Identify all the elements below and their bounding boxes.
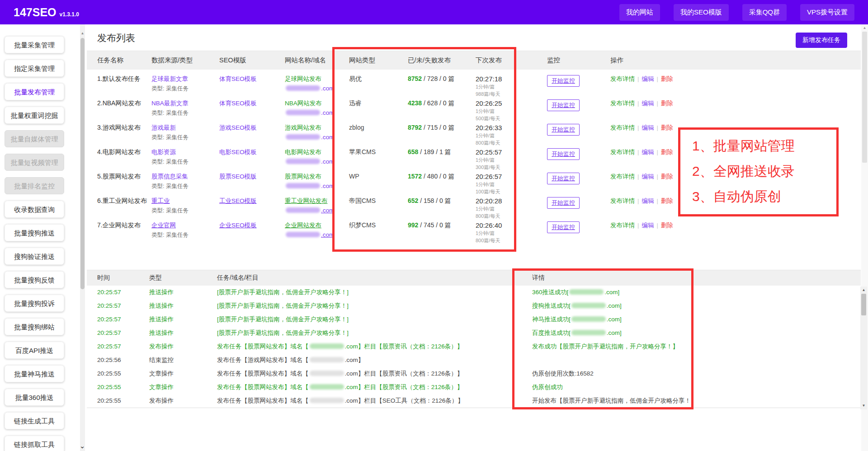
- source-link[interactable]: 足球最新文章: [151, 75, 219, 83]
- log-type: 推送操作: [149, 286, 217, 299]
- source-link[interactable]: NBA最新文章: [151, 99, 219, 108]
- site-name-link[interactable]: NBA网站发布: [285, 99, 349, 108]
- edit-link[interactable]: 编辑: [642, 75, 654, 82]
- scroll-up-icon[interactable]: ▲: [80, 31, 85, 36]
- delete-link[interactable]: 删除: [661, 197, 673, 204]
- log-row: 20:25:56结束监控发布任务【游戏网站发布】域名【.com】: [87, 353, 861, 367]
- edit-link[interactable]: 编辑: [642, 197, 654, 204]
- site-domain-link[interactable]: .com: [285, 183, 349, 189]
- sidebar-item-4[interactable]: 批量权重词挖掘: [5, 107, 64, 124]
- start-monitor-button[interactable]: 开始监控: [547, 197, 580, 209]
- edit-link[interactable]: 编辑: [642, 222, 654, 229]
- task-name: 4.电影网站发布: [97, 148, 151, 170]
- sidebar-item-16[interactable]: 批量360推送: [5, 389, 64, 406]
- log-type: 推送操作: [149, 299, 217, 313]
- site-name-link[interactable]: 股票网站发布: [285, 173, 349, 181]
- edit-link[interactable]: 编辑: [642, 124, 654, 131]
- sidebar-item-18[interactable]: 链接抓取工具: [5, 436, 64, 451]
- seo-template-link[interactable]: 电影SEO模板: [219, 149, 257, 155]
- scroll-up-icon[interactable]: ▲: [860, 287, 867, 293]
- sidebar-item-15[interactable]: 批量神马推送: [5, 365, 64, 382]
- start-monitor-button[interactable]: 开始监控: [547, 173, 580, 184]
- start-monitor-button[interactable]: 开始监控: [547, 75, 580, 87]
- chevron-down-icon[interactable]: ⌄: [77, 442, 87, 450]
- scroll-up-icon[interactable]: ▲: [861, 26, 868, 30]
- sidebar-item-3[interactable]: 批量发布管理: [5, 83, 64, 100]
- site-domain-link[interactable]: .com: [285, 231, 349, 238]
- site-domain-link[interactable]: .com: [285, 85, 349, 92]
- publish-detail-link[interactable]: 发布详情: [610, 75, 635, 82]
- nav-item-2[interactable]: 我的SEO模版: [674, 4, 729, 21]
- log-scrollbar[interactable]: ▲ ▼: [860, 287, 867, 409]
- site-name-link[interactable]: 电影网站发布: [285, 148, 349, 156]
- action-separator: |: [637, 124, 639, 131]
- log-task-text: 发布任务【股票网站发布】域名【: [217, 370, 309, 377]
- seo-template-cell: 游戏SEO模板: [219, 124, 285, 146]
- sidebar-item-12[interactable]: 批量搜狗投诉: [5, 295, 64, 312]
- source-link[interactable]: 股票信息采集: [151, 173, 219, 181]
- publish-rate: 1分钟/篇: [476, 157, 547, 163]
- delete-link[interactable]: 删除: [661, 149, 673, 155]
- sidebar-item-1[interactable]: 批量采集管理: [5, 36, 64, 53]
- seo-template-link[interactable]: 体育SEO模板: [219, 75, 257, 82]
- seo-template-link[interactable]: 工业SEO模版: [219, 197, 257, 204]
- delete-link[interactable]: 删除: [661, 173, 673, 180]
- start-monitor-button[interactable]: 开始监控: [547, 148, 580, 160]
- nav-item-4[interactable]: VPS拨号设置: [800, 4, 854, 21]
- edit-link[interactable]: 编辑: [642, 173, 654, 180]
- add-publish-task-button[interactable]: 新增发布任务: [796, 33, 847, 48]
- action-separator: |: [656, 124, 658, 131]
- seo-template-link[interactable]: 游戏SEO模板: [219, 124, 257, 131]
- content-scrollbar-thumb[interactable]: [862, 32, 867, 163]
- start-monitor-button[interactable]: 开始监控: [547, 124, 580, 136]
- site-domain-link[interactable]: .com: [285, 134, 349, 141]
- publish-detail-link[interactable]: 发布详情: [610, 124, 635, 131]
- site-name-link[interactable]: 游戏网站发布: [285, 124, 349, 132]
- publish-detail-link[interactable]: 发布详情: [610, 149, 635, 155]
- publish-detail-link[interactable]: 发布详情: [610, 173, 635, 180]
- delete-link[interactable]: 删除: [661, 124, 673, 131]
- publish-detail-link[interactable]: 发布详情: [610, 100, 635, 107]
- edit-link[interactable]: 编辑: [642, 149, 654, 155]
- sidebar-item-2[interactable]: 指定采集管理: [5, 60, 64, 77]
- start-monitor-button[interactable]: 开始监控: [547, 99, 580, 111]
- delete-link[interactable]: 删除: [661, 100, 673, 107]
- site-domain-link[interactable]: .com: [285, 158, 349, 165]
- sidebar-item-9[interactable]: 批量搜狗推送: [5, 224, 64, 241]
- seo-template-link[interactable]: 企业SEO模板: [219, 222, 257, 229]
- source-link[interactable]: 电影资源: [151, 148, 219, 156]
- seo-template-link[interactable]: 体育SEO模板: [219, 100, 257, 107]
- start-monitor-button[interactable]: 开始监控: [547, 221, 580, 233]
- delete-link[interactable]: 删除: [661, 222, 673, 229]
- source-link[interactable]: 重工业: [151, 197, 219, 205]
- site-domain-link[interactable]: .com: [285, 109, 349, 116]
- log-task-text: 发布任务【股票网站发布】域名【: [217, 397, 309, 404]
- sidebar-item-13[interactable]: 批量搜狗绑站: [5, 318, 64, 335]
- sidebar-item-14[interactable]: 百度API推送: [5, 342, 64, 359]
- site-domain-link[interactable]: .com: [285, 207, 349, 214]
- sidebar-item-11[interactable]: 批量搜狗反馈: [5, 271, 64, 288]
- nav-item-1[interactable]: 我的网站: [619, 4, 660, 21]
- nav-item-3[interactable]: 采集QQ群: [742, 4, 787, 21]
- source-link[interactable]: 企业官网: [151, 221, 219, 230]
- site-name-link[interactable]: 企业网站发布: [285, 221, 349, 230]
- publish-rate: 1分钟/篇: [476, 133, 547, 139]
- sidebar-scrollbar-thumb[interactable]: [80, 38, 85, 289]
- delete-link[interactable]: 删除: [661, 75, 673, 82]
- log-scrollbar-thumb[interactable]: [861, 294, 866, 315]
- sidebar-scrollbar[interactable]: ▲ ⌄: [80, 24, 85, 451]
- sidebar-item-10[interactable]: 搜狗验证推送: [5, 248, 64, 265]
- source-link[interactable]: 游戏最新: [151, 124, 219, 132]
- edit-link[interactable]: 编辑: [642, 100, 654, 107]
- sidebar-item-8[interactable]: 收录数据查询: [5, 201, 64, 218]
- sidebar-item-17[interactable]: 链接生成工具: [5, 412, 64, 429]
- seo-template-link[interactable]: 股票SEO模版: [219, 173, 257, 180]
- log-table: 时间类型任务/域名/栏目详情 20:25:57推送操作[股票开户新手避坑指南，低…: [87, 270, 861, 408]
- site-name-link[interactable]: 重工业网站发布: [285, 197, 349, 205]
- scroll-down-icon[interactable]: ▼: [860, 403, 867, 409]
- action-separator: |: [637, 75, 639, 82]
- log-type: 文章操作: [149, 367, 217, 381]
- publish-detail-link[interactable]: 发布详情: [610, 197, 635, 204]
- site-name-link[interactable]: 足球网站发布: [285, 75, 349, 83]
- publish-detail-link[interactable]: 发布详情: [610, 222, 635, 229]
